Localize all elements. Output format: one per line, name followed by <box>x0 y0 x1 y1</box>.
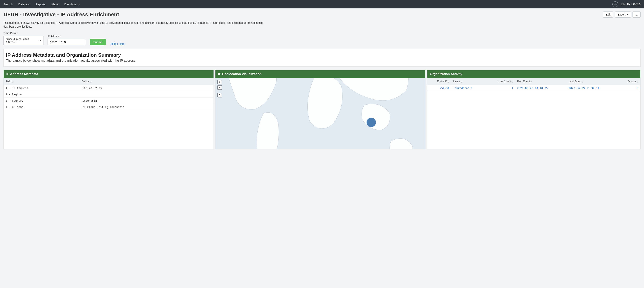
locate-button[interactable] <box>217 93 222 97</box>
ip-address-input[interactable] <box>48 39 86 45</box>
filter-time: Time Picker Since Jun 26, 2020 1:00:05..… <box>4 31 44 45</box>
filters-bar: Time Picker Since Jun 26, 2020 1:00:05..… <box>0 30 644 49</box>
time-picker-label: Time Picker <box>4 31 44 35</box>
metadata-table: Field◇ Value◇ 1 - IP Address 103.28.52.9… <box>4 78 214 110</box>
summary-section: IP Address Metadata and Organization Sum… <box>4 49 640 67</box>
nav-right: App DFUR Demo <box>612 1 640 7</box>
map-controls: + − <box>217 80 222 97</box>
first-event-cell: 2020-06-29 10:10:05 <box>515 85 566 91</box>
hide-filters-link[interactable]: Hide Filters <box>111 42 124 45</box>
nav-links: Search Datasets Reports Alerts Dashboard… <box>4 3 80 6</box>
sort-icon: ◇ <box>448 80 449 83</box>
chevron-down-icon <box>40 40 41 41</box>
field-cell: 3 - Country <box>4 98 80 104</box>
svg-point-1 <box>219 95 220 96</box>
panel-org-activity: Organization Activity Entity ID◇ Users◇ … <box>427 70 640 149</box>
value-cell: Indonesia <box>80 98 214 104</box>
sort-icon: ◇ <box>12 80 14 83</box>
table-row: 2 - Region <box>4 91 214 98</box>
panel-title: IP Geolocation Visualization <box>216 70 425 78</box>
app-badge-icon[interactable]: App <box>612 1 618 7</box>
summary-title: IP Address Metadata and Organization Sum… <box>6 52 638 58</box>
last-event-cell: 2020-06-29 11:34:11 <box>567 85 618 91</box>
header-actions: Edit Export ... <box>603 11 640 18</box>
field-cell: 4 - AS Name <box>4 104 80 110</box>
page-header: DFUR - Investigative - IP Address Enrich… <box>0 8 644 21</box>
field-cell: 2 - Region <box>4 91 80 98</box>
user-count-cell: 1 <box>486 85 515 91</box>
nav-alerts[interactable]: Alerts <box>51 3 58 6</box>
summary-subtitle: The panels below show metadata and organ… <box>6 59 638 63</box>
panel-title: IP Address Metadata <box>4 70 214 78</box>
time-picker-value: Since Jun 26, 2020 1:00:05... <box>6 37 40 44</box>
zoom-out-button[interactable]: − <box>217 85 222 90</box>
app-name: DFUR Demo <box>621 2 640 6</box>
chevron-down-icon <box>626 14 628 15</box>
ip-input-label: IP Address <box>48 35 86 38</box>
value-cell: 103.28.52.93 <box>80 85 214 91</box>
col-last-event[interactable]: Last Event◇ <box>567 78 618 85</box>
table-row: 3 - Country Indonesia <box>4 98 214 104</box>
panel-title: Organization Activity <box>427 70 640 78</box>
sort-icon: ◇ <box>637 80 638 83</box>
world-map-icon <box>216 78 425 149</box>
col-value[interactable]: Value◇ <box>80 78 214 85</box>
col-actions[interactable]: Actions◇ <box>618 78 640 85</box>
value-cell: PT Cloud Hosting Indonesia <box>80 104 214 110</box>
table-row[interactable]: 754534 labradorable 1 2020-06-29 10:10:0… <box>427 85 640 91</box>
field-cell: 1 - IP Address <box>4 85 80 91</box>
panel-geo: IP Geolocation Visualization <box>215 70 426 149</box>
panel-ip-metadata: IP Address Metadata Field◇ Value◇ 1 - IP… <box>4 70 214 149</box>
actions-cell: 9 <box>618 85 640 91</box>
sort-icon: ◇ <box>90 80 91 83</box>
entity-id-cell[interactable]: 754534 <box>427 85 451 91</box>
panels-row: IP Address Metadata Field◇ Value◇ 1 - IP… <box>4 70 640 149</box>
sort-icon: ◇ <box>512 80 513 83</box>
export-label: Export <box>618 13 626 16</box>
org-activity-table: Entity ID◇ Users◇ User Count◇ First Even… <box>427 78 640 91</box>
map[interactable]: + − <box>216 78 425 149</box>
users-cell[interactable]: labradorable <box>451 85 486 91</box>
table-row: 1 - IP Address 103.28.52.93 <box>4 85 214 91</box>
col-entity-id[interactable]: Entity ID◇ <box>427 78 451 85</box>
top-nav: Search Datasets Reports Alerts Dashboard… <box>0 0 644 8</box>
sort-icon: ◇ <box>530 80 532 83</box>
col-user-count[interactable]: User Count◇ <box>486 78 515 85</box>
col-users[interactable]: Users◇ <box>451 78 486 85</box>
crosshair-icon <box>218 94 221 96</box>
filter-ip: IP Address <box>48 35 86 45</box>
col-field[interactable]: Field◇ <box>4 78 80 85</box>
sort-icon: ◇ <box>461 80 462 83</box>
zoom-in-button[interactable]: + <box>217 80 222 84</box>
more-button[interactable]: ... <box>632 11 640 18</box>
export-button[interactable]: Export <box>615 11 631 18</box>
table-row: 4 - AS Name PT Cloud Hosting Indonesia <box>4 104 214 110</box>
value-cell <box>80 91 214 98</box>
sort-icon: ◇ <box>582 80 584 83</box>
submit-button[interactable]: Submit <box>90 39 106 45</box>
nav-search[interactable]: Search <box>4 3 13 6</box>
col-first-event[interactable]: First Event◇ <box>515 78 566 85</box>
page-title: DFUR - Investigative - IP Address Enrich… <box>4 11 119 18</box>
edit-button[interactable]: Edit <box>603 11 613 18</box>
nav-datasets[interactable]: Datasets <box>18 3 30 6</box>
page-description: This dashboard shows activity for a spec… <box>0 21 268 30</box>
nav-reports[interactable]: Reports <box>36 3 46 6</box>
time-picker-input[interactable]: Since Jun 26, 2020 1:00:05... <box>4 36 44 45</box>
nav-dashboards[interactable]: Dashboards <box>64 3 80 6</box>
